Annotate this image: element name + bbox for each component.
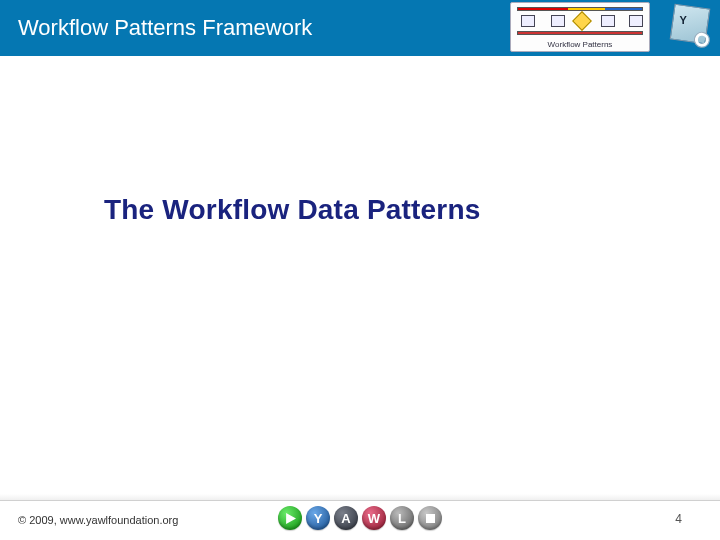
yawl-letter-l-icon: L [390, 506, 414, 530]
footer-bar: © 2009, www.yawlfoundation.org Y A W L 4 [0, 500, 720, 540]
header-bar: Workflow Patterns Framework Workflow Pat… [0, 0, 720, 56]
workflow-patterns-thumbnail: Workflow Patterns [510, 2, 650, 52]
yawl-letter-a-icon: A [334, 506, 358, 530]
page-number: 4 [675, 512, 682, 526]
yawl-logo-icon: Y [670, 4, 711, 45]
svg-marker-0 [286, 513, 296, 524]
play-icon [278, 506, 302, 530]
yawl-badge-row: Y A W L [278, 506, 442, 530]
yawl-logo-letter: Y [679, 14, 686, 26]
thumbnail-label: Workflow Patterns [511, 40, 649, 49]
header-title: Workflow Patterns Framework [18, 15, 312, 41]
stop-icon [418, 506, 442, 530]
slide-title: The Workflow Data Patterns [104, 194, 481, 226]
yawl-letter-y-icon: Y [306, 506, 330, 530]
yawl-letter-w-icon: W [362, 506, 386, 530]
copyright-text: © 2009, www.yawlfoundation.org [18, 514, 178, 526]
slide-body: The Workflow Data Patterns [0, 56, 720, 500]
